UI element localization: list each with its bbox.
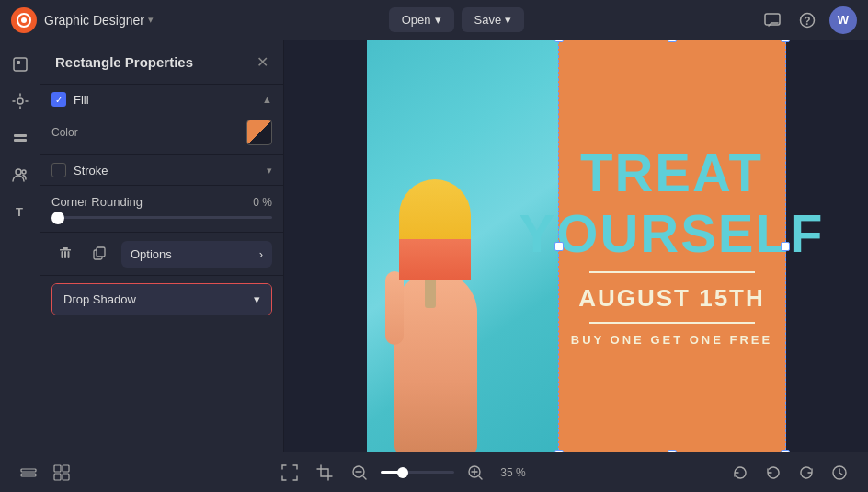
hand-shape (394, 271, 477, 452)
open-chevron-icon: ▾ (435, 13, 441, 27)
handle-top-center[interactable] (668, 40, 677, 42)
svg-rect-24 (54, 474, 61, 480)
finger-shape (385, 271, 404, 345)
popsicle-bottom (399, 239, 471, 280)
zoom-percentage: 35 % (500, 466, 525, 479)
color-row: Color (40, 114, 283, 154)
svg-text:?: ? (804, 15, 810, 28)
corner-rounding-slider[interactable] (51, 216, 272, 219)
svg-rect-22 (54, 465, 61, 472)
crop-button[interactable] (311, 459, 338, 486)
topbar-left: Graphic Designer ▾ (11, 7, 154, 33)
options-button[interactable]: Options › (121, 241, 272, 268)
corner-rounding-section: Corner Rounding 0 % (40, 186, 283, 233)
left-toolbar: T (0, 40, 40, 452)
refresh-icon-button[interactable] (726, 459, 754, 486)
comment-icon-button[interactable] (760, 7, 785, 33)
august-text: AUGUST 15TH (578, 284, 765, 313)
drop-shadow-chevron-icon: ▾ (254, 292, 260, 306)
open-button[interactable]: Open ▾ (389, 7, 454, 32)
svg-rect-6 (17, 61, 20, 64)
svg-point-1 (21, 17, 27, 23)
popsicle-group (376, 161, 505, 452)
app-title-container[interactable]: Graphic Designer ▾ (44, 13, 154, 28)
grid-icon-button[interactable] (48, 459, 75, 486)
svg-rect-25 (63, 474, 69, 480)
drop-shadow-label: Drop Shadow (63, 292, 136, 306)
corner-rounding-header: Corner Rounding 0 % (51, 195, 272, 209)
handle-top-right[interactable] (781, 40, 790, 42)
bottom-center: 35 % (276, 459, 525, 486)
stroke-checkbox[interactable] (51, 163, 66, 177)
avatar[interactable]: W (829, 6, 857, 34)
stroke-section-header[interactable]: Stroke ▾ (40, 155, 283, 185)
svg-rect-20 (21, 469, 36, 472)
panel-header: Rectangle Properties ✕ (40, 40, 283, 85)
yourself-text: YOURSELF (520, 207, 825, 260)
save-button[interactable]: Save ▾ (462, 7, 525, 32)
open-label: Open (402, 13, 431, 27)
toolbar-layers-icon[interactable] (4, 121, 37, 154)
svg-rect-14 (60, 249, 71, 251)
topbar: Graphic Designer ▾ Open ▾ Save ▾ ? W (0, 0, 868, 40)
delete-button[interactable] (51, 240, 79, 268)
main-layout: T Rectangle Properties ✕ ✓ Fill ▲ Color (0, 40, 868, 452)
divider-2 (589, 322, 755, 324)
options-row: Options › (40, 233, 283, 276)
svg-rect-15 (62, 251, 63, 258)
duplicate-button[interactable] (86, 240, 114, 268)
handle-bottom-right[interactable] (781, 450, 790, 452)
stroke-chevron-icon: ▾ (267, 165, 272, 177)
corner-rounding-value: 0 % (253, 196, 272, 209)
zoom-out-button[interactable] (346, 459, 373, 486)
stroke-section-left: Stroke (51, 163, 108, 177)
zoom-slider-thumb[interactable] (397, 467, 408, 478)
stroke-section: Stroke ▾ (40, 155, 283, 186)
fill-color-swatch[interactable] (246, 120, 272, 145)
redo-button[interactable] (793, 459, 820, 486)
topbar-right: ? W (760, 6, 857, 34)
fill-section-left: ✓ Fill (51, 92, 89, 107)
zoom-in-button[interactable] (462, 459, 489, 486)
color-label: Color (51, 126, 78, 139)
svg-rect-23 (63, 465, 69, 472)
zoom-slider[interactable] (381, 471, 454, 474)
corner-rounding-thumb[interactable] (51, 212, 64, 224)
svg-rect-9 (14, 139, 27, 142)
save-chevron-icon: ▾ (505, 13, 511, 27)
handle-bottom-center[interactable] (668, 450, 677, 452)
help-icon-button[interactable]: ? (794, 7, 820, 33)
bottom-left (15, 459, 75, 486)
bottom-right (726, 459, 853, 486)
divider-1 (589, 271, 755, 273)
fill-chevron-icon: ▲ (262, 94, 272, 105)
history-button[interactable] (826, 459, 853, 486)
layers-icon-button[interactable] (15, 459, 42, 486)
panel-close-button[interactable]: ✕ (257, 53, 268, 71)
svg-rect-8 (14, 134, 27, 137)
svg-rect-19 (97, 247, 105, 257)
svg-point-10 (16, 169, 21, 175)
svg-rect-17 (68, 251, 70, 258)
topbar-center: Open ▾ Save ▾ (389, 7, 524, 32)
options-chevron-icon: › (259, 247, 263, 261)
fill-section-header[interactable]: ✓ Fill ▲ (40, 85, 283, 114)
svg-rect-21 (21, 474, 36, 476)
svg-text:T: T (16, 205, 23, 219)
svg-point-11 (22, 170, 26, 174)
toolbar-people-icon[interactable] (4, 158, 37, 191)
svg-rect-13 (63, 247, 68, 249)
bottom-toolbar: 35 % (0, 452, 868, 492)
fit-view-button[interactable] (276, 459, 303, 486)
popsicle-top (399, 179, 471, 239)
toolbar-settings-icon[interactable] (4, 85, 37, 118)
toolbar-select-icon[interactable] (4, 48, 37, 81)
app-title-text: Graphic Designer (44, 13, 144, 28)
drop-shadow-button[interactable]: Drop Shadow ▾ (52, 284, 271, 315)
fill-checkbox[interactable]: ✓ (51, 92, 66, 107)
app-title-chevron-icon: ▾ (148, 14, 154, 26)
design-canvas: TREAT YOURSELF AUGUST 15TH BUY ONE GET O… (367, 40, 786, 452)
undo-button[interactable] (760, 459, 787, 486)
svg-point-7 (17, 98, 23, 104)
toolbar-text-icon[interactable]: T (4, 195, 37, 228)
